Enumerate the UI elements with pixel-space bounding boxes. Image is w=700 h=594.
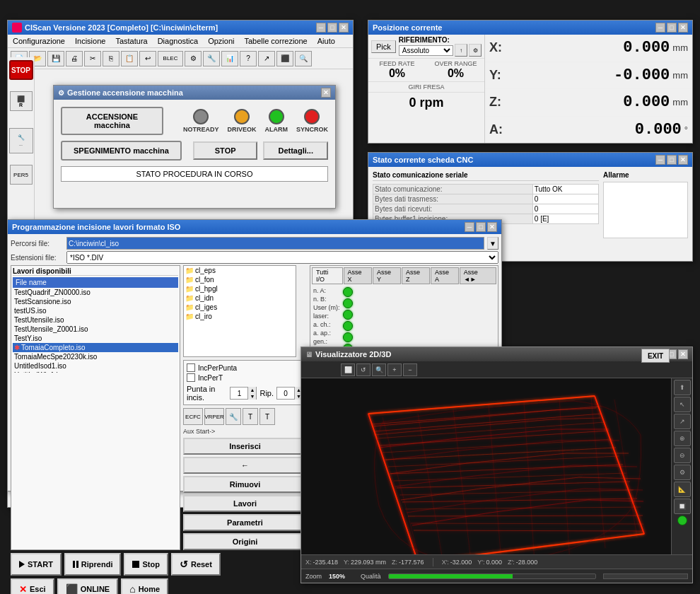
spegnimento-btn[interactable]: SPEGNIMENTO macchina xyxy=(61,141,182,161)
close-btn[interactable]: ✕ xyxy=(339,23,349,33)
rimuovi-btn[interactable]: Rimuovi xyxy=(183,476,307,493)
ref-select[interactable]: Assoluto xyxy=(399,45,453,56)
io-tab-a[interactable]: Asse A xyxy=(431,267,459,284)
cnc-minimize[interactable]: ─ xyxy=(655,155,665,165)
job-item-0[interactable]: TestQuadrif_ZN0000.iso xyxy=(13,288,178,297)
menu-configurazione[interactable]: Configurazione xyxy=(11,36,67,46)
menu-diagnostica[interactable]: Diagnostica xyxy=(156,36,200,46)
punta-down[interactable]: ▼ xyxy=(247,393,256,400)
job-item-2[interactable]: testUS.iso xyxy=(13,306,178,315)
tb-print[interactable]: 🖨 xyxy=(66,51,83,66)
viz-close[interactable]: ✕ xyxy=(678,349,688,359)
ref-icon-1[interactable]: ↑ xyxy=(455,44,467,57)
viz-tb-1[interactable]: ⬜ xyxy=(341,363,355,376)
tb-t8[interactable]: 🔍 xyxy=(295,51,312,66)
exit-viz-btn[interactable]: EXIT xyxy=(641,349,670,363)
tb-copy[interactable]: ⎘ xyxy=(103,51,119,66)
stop-main-btn[interactable]: STOP xyxy=(9,60,33,80)
lavori-btn[interactable]: Lavori xyxy=(183,495,307,512)
aux-btn-4[interactable]: T xyxy=(243,408,258,425)
job-item-6[interactable]: ✱ TomaiaCompleto.iso xyxy=(13,343,178,352)
job-item-1[interactable]: TestScansione.iso xyxy=(13,297,178,306)
job-list[interactable]: TestQuadrif_ZN0000.iso TestScansione.iso… xyxy=(13,288,178,373)
tb-paste[interactable]: 📋 xyxy=(121,51,138,66)
tree-cl-hpgl[interactable]: 📁cl_hpgl xyxy=(184,284,296,293)
parametri-btn[interactable]: Parametri xyxy=(183,514,307,531)
viz-rt-4[interactable]: ⊕ xyxy=(674,431,691,446)
machine-dialog-close[interactable]: ✕ xyxy=(321,88,331,98)
inserisci-btn[interactable]: Inserisci xyxy=(183,438,307,455)
ref-icon-2[interactable]: ⚙ xyxy=(469,44,482,57)
io-tab-all[interactable]: Tutti I/O xyxy=(312,267,343,284)
origini-btn[interactable]: Origini xyxy=(183,533,307,550)
menu-tastatura[interactable]: Tastatura xyxy=(113,36,149,46)
job-item-8[interactable]: UntitledIsod1.iso xyxy=(13,361,178,371)
menu-aiuto[interactable]: Aiuto xyxy=(315,36,337,46)
job-item-3[interactable]: TestUtensiIe.iso xyxy=(13,315,178,325)
estensioni-select[interactable]: *ISO *.DIV xyxy=(66,251,498,264)
tb-t2[interactable]: ⚙ xyxy=(185,51,202,66)
job-item-7[interactable]: TomaiaMecSpe20230k.iso xyxy=(13,352,178,361)
tb-t6[interactable]: ↗ xyxy=(258,51,275,66)
aux-btn-1[interactable]: ECFC xyxy=(183,408,203,425)
online-btn[interactable]: ⬛ ONLINE xyxy=(57,578,119,594)
position-maximize[interactable]: □ xyxy=(667,23,677,33)
home-btn[interactable]: ⌂ Home xyxy=(121,578,168,594)
io-tab-y[interactable]: Asse Y xyxy=(373,267,401,284)
viz-scrollbar[interactable] xyxy=(603,573,688,579)
menu-incisione[interactable]: Incisione xyxy=(73,36,107,46)
reset-btn[interactable]: ↺ Reset xyxy=(171,553,221,576)
accensione-btn[interactable]: ACCENSIONE macchina xyxy=(61,107,163,135)
aux-btn-2[interactable]: VRPER xyxy=(204,408,224,425)
arrow-btn[interactable]: ← xyxy=(183,457,307,474)
viz-rt-1[interactable]: ⬆ xyxy=(674,380,691,395)
cnc-maximize[interactable]: □ xyxy=(667,155,677,165)
start-btn[interactable]: START xyxy=(11,553,62,576)
job-item-4[interactable]: TestUtensiIe_Z0001.iso xyxy=(13,325,178,334)
sidebar-tool-btn[interactable]: 🔧... xyxy=(9,128,33,153)
sidebar-per5-btn[interactable]: PER5 xyxy=(10,165,33,185)
stop-btn[interactable]: Stop xyxy=(124,553,168,576)
tb-t3[interactable]: 🔧 xyxy=(203,51,220,66)
cnc-close[interactable]: ✕ xyxy=(678,155,688,165)
tb-t7[interactable]: ⬛ xyxy=(276,51,293,66)
percorsi-btn[interactable]: ▼ xyxy=(487,237,498,250)
esci-btn[interactable]: ✕ Esci xyxy=(11,578,54,594)
tb-t1[interactable]: BLEC xyxy=(158,51,183,66)
aux-btn-3[interactable]: 🔧 xyxy=(226,408,241,425)
tb-undo[interactable]: ↩ xyxy=(139,51,156,66)
percorsi-input[interactable] xyxy=(66,237,484,250)
position-close[interactable]: ✕ xyxy=(678,23,688,33)
iso-maximize[interactable]: □ xyxy=(476,222,486,232)
maximize-btn[interactable]: □ xyxy=(327,23,337,33)
viz-rt-5[interactable]: ⊖ xyxy=(674,448,691,463)
tb-save[interactable]: 💾 xyxy=(47,51,64,66)
tree-cl-eps[interactable]: 📁cl_eps xyxy=(184,266,296,275)
tree-cl-fon[interactable]: 📁cl_fon xyxy=(184,275,296,284)
tree-cl-iges[interactable]: 📁cl_iges xyxy=(184,303,296,312)
aux-btn-5[interactable]: T xyxy=(259,408,275,425)
viz-tb-2[interactable]: ↺ xyxy=(356,363,371,376)
menu-opzioni[interactable]: Opzioni xyxy=(206,36,236,46)
tree-cl-idn[interactable]: 📁cl_idn xyxy=(184,293,296,303)
viz-rt-6[interactable]: ⚙ xyxy=(674,465,691,480)
tree-cl-iro[interactable]: 📁cl_iro xyxy=(184,312,296,321)
io-tab-x[interactable]: Asse X xyxy=(344,267,372,284)
pick-btn[interactable]: Pick xyxy=(371,40,396,53)
viz-tb-3[interactable]: 🔍 xyxy=(372,363,386,376)
tb-t5[interactable]: ? xyxy=(240,51,257,66)
iso-minimize[interactable]: ─ xyxy=(465,222,474,232)
punta-up[interactable]: ▲ xyxy=(247,387,256,393)
io-tab-z[interactable]: Asse Z xyxy=(402,267,430,284)
iso-close[interactable]: ✕ xyxy=(487,222,497,232)
inc-per-punta-check[interactable] xyxy=(187,363,195,372)
tb-t4[interactable]: 📊 xyxy=(221,51,238,66)
riprendi-btn[interactable]: Riprendi xyxy=(64,553,122,576)
sidebar-r-btn[interactable]: ⬛ R xyxy=(10,91,33,111)
io-tab-lr[interactable]: Asse ◄► xyxy=(460,267,496,284)
viz-rt-3[interactable]: ↗ xyxy=(674,414,691,429)
job-item-9[interactable]: UntitledWin1.iso xyxy=(13,371,178,373)
job-item-5[interactable]: TestY.iso xyxy=(13,334,178,343)
inc-per-t-check[interactable] xyxy=(187,373,195,382)
menu-tabelle[interactable]: Tabelle correzione xyxy=(242,36,309,46)
